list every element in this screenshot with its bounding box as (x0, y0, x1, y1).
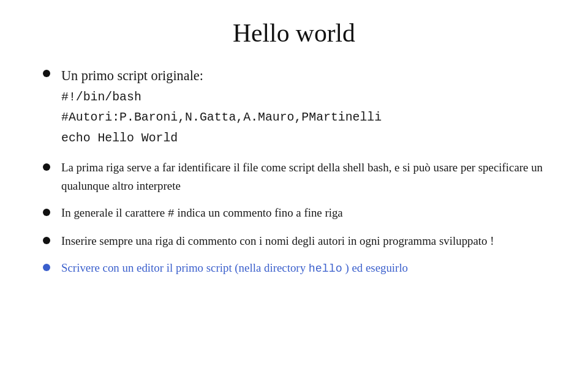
bullet-icon (43, 209, 50, 216)
bullet1-code2: #Autori:P.Baroni,N.Gatta,A.Mauro,PMartin… (61, 108, 551, 127)
bullet-icon (43, 264, 50, 271)
bullet-text: Inserire sempre una riga di commento con… (61, 232, 551, 250)
bullet1-code3: echo Hello World (61, 129, 551, 147)
bullet4-text: Inserire sempre una riga di commento con… (61, 234, 494, 247)
page-title: Hello world (37, 18, 551, 48)
bullet3-text2: indica un commento fino a fine riga (178, 206, 343, 219)
bullet1-code1: #!/bin/bash (61, 88, 551, 106)
list-item: In generale il carattere # indica un com… (37, 204, 551, 223)
main-content: Un primo script originale: #!/bin/bash #… (37, 65, 551, 278)
bullet5-text2: ) ed eseguirlo (345, 261, 408, 274)
bullet3-text1: In generale il carattere (61, 206, 165, 219)
bullet-icon (43, 163, 50, 171)
bullet-icon (43, 237, 50, 244)
bullet-text: Un primo script originale: #!/bin/bash #… (61, 65, 551, 150)
list-item: Un primo script originale: #!/bin/bash #… (37, 65, 551, 150)
list-item: Scrivere con un editor il primo script (… (37, 259, 551, 278)
bullet1-intro: Un primo script originale: (61, 68, 203, 83)
bullet-icon (43, 70, 50, 77)
bullet5-code: hello (309, 263, 342, 275)
bullet-text: Scrivere con un editor il primo script (… (61, 259, 551, 278)
bullet2-text: La prima riga serve a far identificare i… (61, 161, 543, 192)
list-item: Inserire sempre una riga di commento con… (37, 232, 551, 250)
bullet5-text1: Scrivere con un editor il primo script (… (61, 261, 306, 274)
list-item: La prima riga serve a far identificare i… (37, 158, 551, 195)
bullet3-hash: # (168, 207, 175, 220)
bullet-text: In generale il carattere # indica un com… (61, 204, 551, 223)
bullet-text: La prima riga serve a far identificare i… (61, 158, 551, 195)
